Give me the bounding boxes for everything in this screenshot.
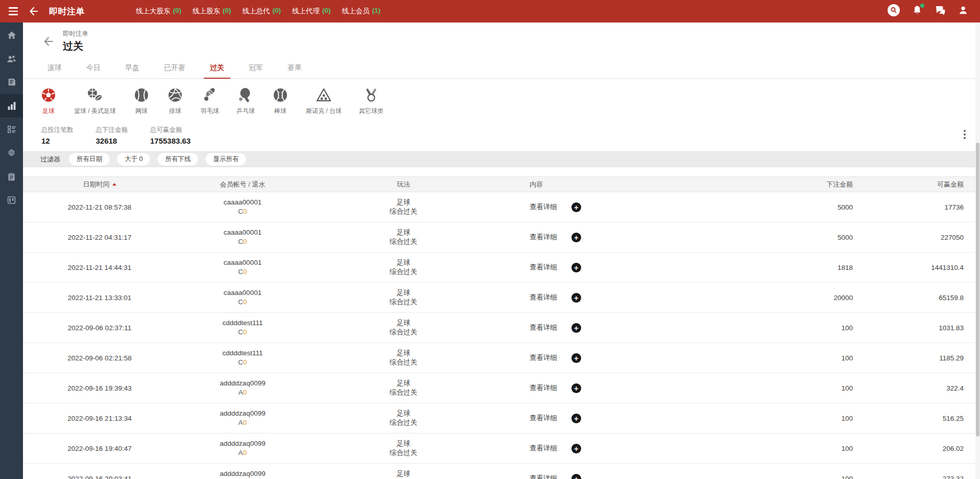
cell-bet-amount: 100 (748, 415, 853, 422)
tab-bar: 滚球 今日 早盘 已开赛 过关 冠军 赛果 (23, 58, 980, 79)
sidebar-item-management[interactable] (0, 118, 23, 141)
filter-chip-all-dates[interactable]: 所有日期 (68, 152, 110, 166)
view-detail-link[interactable]: 查看详细 (530, 293, 557, 302)
expand-detail-icon[interactable]: + (571, 414, 581, 423)
tab-results[interactable]: 赛果 (275, 58, 314, 78)
expand-detail-icon[interactable]: + (571, 383, 581, 393)
column-header-bet-amount: 下注金额 (748, 180, 853, 189)
view-detail-link[interactable]: 查看详细 (530, 202, 557, 212)
nav-online-member[interactable]: 线上会员 (1) (342, 7, 381, 16)
tab-rolling[interactable]: 滚球 (35, 58, 74, 78)
sidebar-item-logs[interactable] (0, 165, 23, 188)
back-icon[interactable] (23, 1, 44, 21)
cell-bet-amount: 100 (748, 324, 853, 332)
notifications-bell-icon[interactable] (912, 5, 923, 18)
cell-win-amount: 227050 (853, 234, 980, 241)
sport-table-tennis[interactable]: 乒乓球 (236, 87, 255, 116)
notification-badge (920, 4, 924, 8)
expand-detail-icon[interactable]: + (571, 233, 581, 242)
sport-soccer[interactable]: 足球 (40, 87, 57, 116)
view-detail-link[interactable]: 查看详细 (530, 323, 557, 332)
nav-online-shareholder[interactable]: 线上股东 (0) (193, 7, 231, 16)
sport-badminton[interactable]: 羽毛球 (201, 87, 219, 116)
cell-play: 足球 综合过关 (309, 198, 498, 216)
tab-today[interactable]: 今日 (74, 58, 113, 78)
sport-baseball[interactable]: 棒球 (272, 87, 289, 116)
cell-account: addddzaq0099 A0 (176, 379, 309, 397)
column-header-datetime[interactable]: 日期时间 (23, 180, 176, 189)
cell-content: 查看详细 + (498, 444, 748, 453)
sidebar-item-members[interactable] (0, 47, 23, 71)
nav-online-major-shareholder[interactable]: 线上大股东 (0) (136, 7, 181, 16)
filter-chip-show-all[interactable]: 显示所有 (205, 152, 247, 166)
table-row: 2022-09-16 21:13:34 addddzaq0099 A0 足球 综… (23, 403, 980, 434)
page-back-icon[interactable] (41, 34, 56, 49)
cell-win-amount: 516.25 (853, 415, 980, 422)
account-icon[interactable] (958, 5, 969, 18)
documents-icon (7, 77, 17, 87)
sidebar-item-home[interactable] (0, 24, 23, 47)
cell-play: 足球 综合过关 (309, 379, 498, 397)
view-detail-link[interactable]: 查看详细 (530, 414, 557, 423)
expand-detail-icon[interactable]: + (571, 293, 581, 303)
expand-detail-icon[interactable]: + (571, 353, 581, 363)
sports-filter: 足球 篮球 / 美式足球 网球 排球 羽毛球 乒乓球 棒球 斯诺克 / 台球 (23, 79, 980, 123)
sport-volleyball[interactable]: 排球 (167, 87, 183, 116)
view-detail-link[interactable]: 查看详细 (530, 444, 557, 453)
cell-datetime: 2022-11-21 08:57:38 (23, 203, 176, 211)
expand-detail-icon[interactable]: + (571, 263, 581, 272)
sidebar-item-reports[interactable] (0, 71, 23, 94)
cell-play: 足球 综合过关 (309, 288, 498, 307)
tab-early[interactable]: 早盘 (113, 58, 152, 78)
nav-online-general-agent[interactable]: 线上总代 (0) (243, 7, 281, 16)
badminton-icon (202, 87, 218, 103)
cell-datetime: 2022-09-06 02:21:58 (23, 354, 176, 362)
expand-detail-icon[interactable]: + (571, 444, 581, 453)
view-detail-link[interactable]: 查看详细 (530, 263, 557, 272)
scrollbar-thumb[interactable] (976, 143, 979, 437)
sport-snooker[interactable]: 斯诺克 / 台球 (306, 87, 342, 116)
view-detail-link[interactable]: 查看详细 (530, 474, 557, 479)
stat-total-winnable-amount: 总可赢金额 1755383.63 (150, 126, 190, 145)
cell-play: 足球 综合过关 (309, 228, 498, 246)
cell-bet-amount: 5000 (748, 234, 853, 241)
bets-table: 日期时间 会员帐号 / 退水 玩法 内容 下注金额 可赢金额 2022-11-2… (23, 176, 980, 479)
messages-icon[interactable] (934, 4, 946, 18)
cell-account: cddddtest111 C0 (176, 349, 309, 367)
basketball-icon (86, 87, 104, 103)
view-detail-link[interactable]: 查看详细 (530, 383, 557, 393)
cell-content: 查看详细 + (498, 323, 748, 333)
column-header-account: 会员帐号 / 退水 (176, 180, 309, 189)
filter-chip-greater-than-zero[interactable]: 大于 0 (116, 152, 151, 166)
sport-other[interactable]: 其它球类 (359, 87, 384, 116)
cell-bet-amount: 20000 (748, 294, 853, 302)
cell-play: 足球 综合过关 (309, 469, 498, 479)
filter-chip-all-downlines[interactable]: 所有下线 (157, 152, 199, 166)
tab-parlay[interactable]: 过关 (198, 58, 236, 78)
expand-detail-icon[interactable]: + (571, 474, 581, 479)
tab-started[interactable]: 已开赛 (152, 58, 198, 78)
nav-online-agent[interactable]: 线上代理 (0) (292, 7, 331, 16)
sidebar-item-board[interactable] (0, 188, 23, 212)
cell-account: caaaa00001 C0 (176, 198, 309, 216)
view-detail-link[interactable]: 查看详细 (530, 353, 557, 362)
menu-icon[interactable] (3, 1, 23, 21)
cell-datetime: 2022-09-16 20:03:41 (23, 475, 176, 479)
view-detail-link[interactable]: 查看详细 (530, 233, 557, 242)
expand-detail-icon[interactable]: + (571, 323, 581, 333)
sport-tennis[interactable]: 网球 (133, 87, 150, 116)
filter-bar: 过滤器 所有日期 大于 0 所有下线 显示所有 (23, 151, 980, 167)
sidebar (0, 22, 23, 479)
cell-datetime: 2022-11-21 14:44:31 (23, 264, 176, 271)
cell-play: 足球 综合过关 (309, 409, 498, 427)
sidebar-item-bet-records[interactable] (0, 94, 23, 118)
sport-basketball[interactable]: 篮球 / 美式足球 (74, 87, 116, 116)
tab-champion[interactable]: 冠军 (236, 58, 275, 78)
search-icon[interactable] (887, 4, 900, 19)
sidebar-item-settings[interactable] (0, 141, 23, 165)
more-options-icon[interactable] (962, 128, 968, 141)
page-header: 即时注单 过关 (23, 22, 980, 55)
stat-total-bet-amount: 总下注金额 32618 (96, 126, 128, 145)
cell-win-amount: 17736 (853, 203, 980, 211)
expand-detail-icon[interactable]: + (571, 202, 581, 212)
